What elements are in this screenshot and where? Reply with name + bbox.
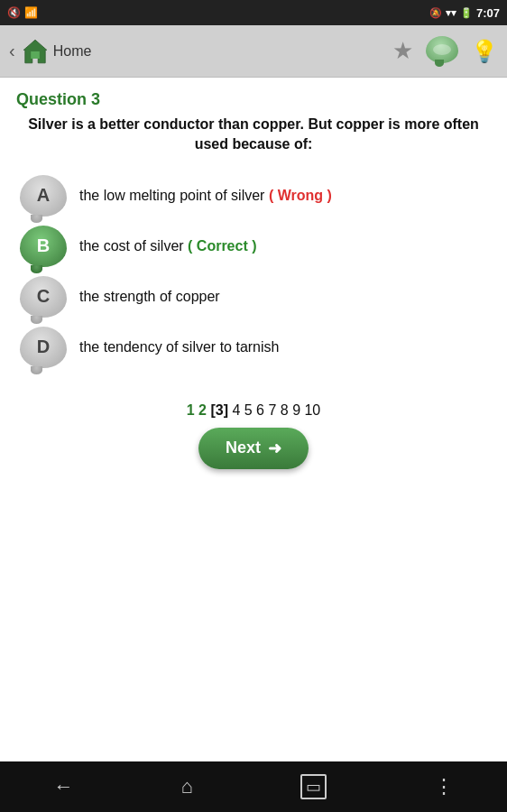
home-nav-icon[interactable]: ⌂ <box>180 775 192 798</box>
back-button[interactable]: ‹ <box>9 41 15 61</box>
page-4[interactable]: 4 <box>232 402 244 418</box>
menu-nav-icon[interactable]: ⋮ <box>434 775 454 798</box>
option-c-text: the strength of copper <box>79 289 220 305</box>
star-icon[interactable]: ★ <box>392 37 413 65</box>
wifi-icon: ▾▾ <box>446 7 456 19</box>
option-c-bubble: C <box>20 276 67 318</box>
options-list: A the low melting point of silver ( Wron… <box>16 175 491 368</box>
clock: 7:07 <box>476 6 500 20</box>
pagination: 1 2 [3] 4 5 6 7 8 9 10 <box>16 402 491 419</box>
next-button-wrap: Next ➜ <box>16 428 491 469</box>
page-9[interactable]: 9 <box>292 402 304 418</box>
bottom-nav: ← ⌂ ▭ ⋮ <box>0 761 507 812</box>
option-b-tag: ( Correct ) <box>188 238 256 254</box>
home-icon <box>21 37 50 66</box>
option-c[interactable]: C the strength of copper <box>20 276 487 318</box>
sim-icon: 📶 <box>24 6 38 19</box>
option-a-letter: A <box>37 185 50 206</box>
page-7[interactable]: 7 <box>268 402 280 418</box>
home-label: Home <box>53 43 92 60</box>
page-10[interactable]: 10 <box>304 402 320 418</box>
speaker-icon: 🔇 <box>7 6 21 19</box>
mute-icon: 🔕 <box>429 7 442 19</box>
option-d[interactable]: D the tendency of silver to tarnish <box>20 327 487 368</box>
option-a-text: the low melting point of silver ( Wrong … <box>79 188 332 204</box>
recents-nav-icon[interactable]: ▭ <box>300 774 327 799</box>
page-1[interactable]: 1 <box>187 402 198 418</box>
option-b[interactable]: B the cost of silver ( Correct ) <box>20 226 487 267</box>
next-button[interactable]: Next ➜ <box>198 428 309 469</box>
option-b-letter: B <box>37 235 50 256</box>
option-d-text: the tendency of silver to tarnish <box>79 339 279 355</box>
bulb-icon[interactable]: 💡 <box>471 39 498 64</box>
page-6[interactable]: 6 <box>256 402 268 418</box>
battery-icon: 🔋 <box>460 7 473 19</box>
svg-rect-1 <box>31 51 40 59</box>
option-d-letter: D <box>37 337 50 357</box>
status-bar: 🔇 📶 🔕 ▾▾ 🔋 7:07 <box>0 0 507 25</box>
next-label: Next <box>226 438 261 457</box>
option-a-bubble: A <box>20 175 67 217</box>
page-8[interactable]: 8 <box>281 402 292 418</box>
home-nav-item[interactable]: Home <box>21 37 92 66</box>
chat-icon[interactable] <box>426 36 458 67</box>
option-d-bubble: D <box>20 327 67 368</box>
option-b-bubble: B <box>20 226 67 267</box>
question-text: Silver is a better conductor than copper… <box>16 115 491 155</box>
page-2[interactable]: 2 <box>198 402 210 418</box>
next-arrow-icon: ➜ <box>268 438 281 458</box>
page-5[interactable]: 5 <box>244 402 256 418</box>
main-content: Question 3 Silver is a better conductor … <box>0 78 507 469</box>
option-a-tag: ( Wrong ) <box>269 188 332 203</box>
page-3-current[interactable]: [3] <box>210 402 232 418</box>
back-nav-icon[interactable]: ← <box>53 775 73 798</box>
question-number: Question 3 <box>16 90 491 109</box>
top-nav: ‹ Home ★ 💡 <box>0 25 507 78</box>
option-a[interactable]: A the low melting point of silver ( Wron… <box>20 175 487 217</box>
option-c-letter: C <box>37 286 50 307</box>
option-b-text: the cost of silver ( Correct ) <box>79 238 257 254</box>
